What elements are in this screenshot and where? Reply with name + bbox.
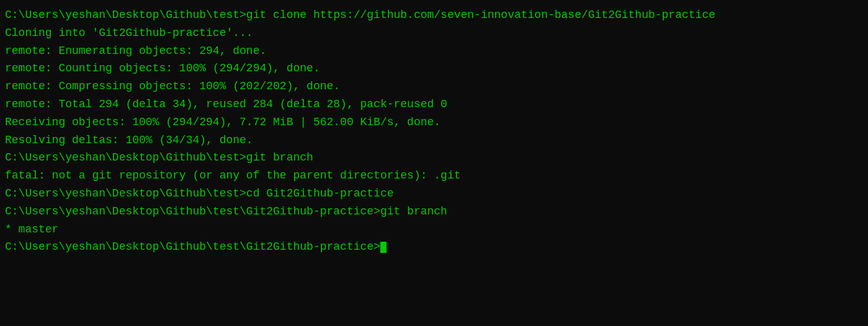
- terminal-line: Receiving objects: 100% (294/294), 7.72 …: [5, 113, 863, 131]
- terminal-window: C:\Users\yeshan\Desktop\Github\test>git …: [0, 0, 868, 326]
- terminal-cursor: [380, 242, 387, 253]
- terminal-line: remote: Compressing objects: 100% (202/2…: [5, 77, 863, 95]
- terminal-line: remote: Total 294 (delta 34), reused 284…: [5, 95, 863, 113]
- terminal-line: C:\Users\yeshan\Desktop\Github\test>cd G…: [5, 185, 863, 203]
- terminal-line: C:\Users\yeshan\Desktop\Github\test\Git2…: [5, 238, 863, 256]
- terminal-line: C:\Users\yeshan\Desktop\Github\test\Git2…: [5, 203, 863, 221]
- terminal-line: fatal: not a git repository (or any of t…: [5, 167, 863, 185]
- terminal-line: remote: Enumerating objects: 294, done.: [5, 42, 863, 60]
- terminal-line: C:\Users\yeshan\Desktop\Github\test>git …: [5, 149, 863, 167]
- terminal-line: Resolving deltas: 100% (34/34), done.: [5, 131, 863, 149]
- terminal-line: C:\Users\yeshan\Desktop\Github\test>git …: [5, 6, 863, 24]
- terminal-line: Cloning into 'Git2Github-practice'...: [5, 24, 863, 42]
- terminal-line: * master: [5, 221, 863, 239]
- terminal-line: remote: Counting objects: 100% (294/294)…: [5, 59, 863, 77]
- terminal-output: C:\Users\yeshan\Desktop\Github\test>git …: [5, 6, 863, 256]
